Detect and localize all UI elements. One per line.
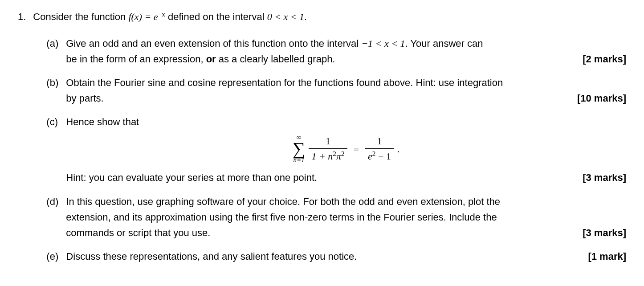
c-equation: ∞ ∑ n=1 1 1 + n2π2 = 1 e2 − 1 bbox=[66, 134, 626, 163]
d-line1: In this question, use graphing software … bbox=[66, 194, 626, 209]
subpart-a-label: (a) bbox=[46, 36, 61, 67]
subpart-b-label: (b) bbox=[46, 75, 61, 106]
frac2-post: − 1 bbox=[376, 151, 391, 162]
d-line2: extension, and its approximation using t… bbox=[66, 209, 626, 225]
subpart-c-body: Hence show that ∞ ∑ n=1 1 1 + n2π2 bbox=[66, 114, 626, 185]
sigma-bottom: n=1 bbox=[293, 157, 305, 163]
a-line2-post: as a clearly labelled graph. bbox=[216, 53, 335, 65]
a-line2-bold: or bbox=[206, 53, 216, 65]
subpart-a: (a) Give an odd and an even extension of… bbox=[46, 36, 626, 67]
frac1-exp2: 2 bbox=[341, 150, 345, 157]
equals-sign: = bbox=[351, 141, 362, 157]
intro-fn: f(x) = e−x bbox=[128, 11, 165, 22]
fn-exp: −x bbox=[158, 10, 165, 18]
intro-text-end: . bbox=[304, 11, 307, 22]
c-hint: Hint: you can evaluate your series at mo… bbox=[66, 170, 574, 185]
intro-text-pre: Consider the function bbox=[33, 11, 128, 22]
a-interval: −1 < x < 1 bbox=[361, 38, 405, 49]
subpart-d: (d) In this question, use graphing softw… bbox=[46, 194, 626, 241]
frac2-e: e bbox=[368, 151, 372, 162]
intro-text-mid: defined on the interval bbox=[165, 11, 267, 22]
a-line2-pre: be in the form of an expression, bbox=[66, 53, 206, 65]
a-line1-pre: Give an odd and an even extension of thi… bbox=[66, 38, 361, 49]
subparts: (a) Give an odd and an even extension of… bbox=[33, 36, 626, 265]
sum-expression: ∞ ∑ n=1 1 1 + n2π2 = 1 e2 − 1 bbox=[293, 134, 400, 163]
e-text: Discuss these representations, and any s… bbox=[66, 249, 579, 264]
c-period: . bbox=[397, 141, 400, 157]
problem-number: 1. bbox=[18, 9, 26, 272]
frac1-exp1: 2 bbox=[333, 150, 336, 157]
d-line3: commands or script that you use. bbox=[66, 225, 574, 241]
a-line2: be in the form of an expression, or as a… bbox=[66, 51, 574, 67]
b-line2: by parts. bbox=[66, 90, 568, 106]
subpart-e: (e) Discuss these representations, and a… bbox=[46, 249, 626, 264]
b-line2-row: by parts. [10 marks] bbox=[66, 90, 626, 106]
frac1-den: 1 + n2π2 bbox=[309, 148, 347, 163]
problem-1: 1. Consider the function f(x) = e−x defi… bbox=[18, 9, 626, 272]
b-line1: Obtain the Fourier sine and cosine repre… bbox=[66, 75, 626, 90]
subpart-b-body: Obtain the Fourier sine and cosine repre… bbox=[66, 75, 626, 106]
a-line1-post: . Your answer can bbox=[405, 38, 483, 49]
subpart-c: (c) Hence show that ∞ ∑ n=1 1 1 bbox=[46, 114, 626, 185]
subpart-c-label: (c) bbox=[46, 114, 61, 185]
subpart-a-body: Give an odd and an even extension of thi… bbox=[66, 36, 626, 67]
subpart-d-body: In this question, use graphing software … bbox=[66, 194, 626, 241]
problem-content: Consider the function f(x) = e−x defined… bbox=[33, 9, 626, 272]
sigma-block: ∞ ∑ n=1 bbox=[293, 134, 306, 163]
subpart-e-body: Discuss these representations, and any s… bbox=[66, 249, 626, 264]
e-row: Discuss these representations, and any s… bbox=[66, 249, 626, 264]
subpart-b: (b) Obtain the Fourier sine and cosine r… bbox=[46, 75, 626, 106]
a-marks: [2 marks] bbox=[583, 51, 626, 67]
frac-left: 1 1 + n2π2 bbox=[309, 135, 347, 162]
subpart-d-label: (d) bbox=[46, 194, 61, 241]
c-marks: [3 marks] bbox=[583, 170, 626, 185]
frac-right: 1 e2 − 1 bbox=[365, 135, 394, 162]
d-marks: [3 marks] bbox=[583, 225, 626, 241]
frac2-num: 1 bbox=[375, 135, 385, 148]
a-line1: Give an odd and an even extension of thi… bbox=[66, 36, 626, 51]
frac2-exp: 2 bbox=[372, 150, 376, 157]
problem-intro: Consider the function f(x) = e−x defined… bbox=[33, 9, 626, 25]
e-marks: [1 mark] bbox=[588, 249, 626, 264]
d-line3-row: commands or script that you use. [3 mark… bbox=[66, 225, 626, 241]
b-marks: [10 marks] bbox=[577, 90, 626, 106]
frac2-den: e2 − 1 bbox=[365, 148, 394, 163]
sigma-symbol: ∑ bbox=[293, 141, 306, 157]
subpart-e-label: (e) bbox=[46, 249, 61, 264]
fn-left: f(x) = e bbox=[128, 11, 158, 22]
intro-interval: 0 < x < 1 bbox=[267, 11, 304, 22]
c-intro: Hence show that bbox=[66, 114, 626, 130]
frac1-num: 1 bbox=[323, 135, 333, 148]
a-line2-row: be in the form of an expression, or as a… bbox=[66, 51, 626, 67]
frac1-den-pre: 1 + n bbox=[311, 151, 333, 162]
c-hint-row: Hint: you can evaluate your series at mo… bbox=[66, 170, 626, 185]
frac1-pi: π bbox=[336, 151, 341, 162]
